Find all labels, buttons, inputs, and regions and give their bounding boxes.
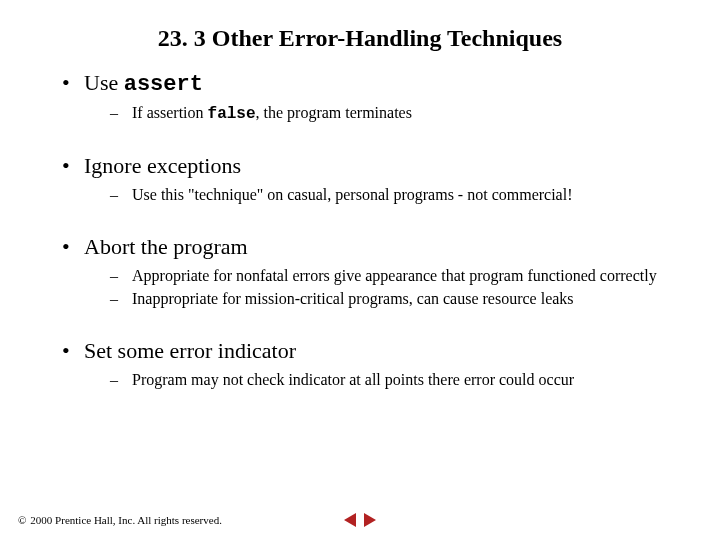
nav-controls bbox=[344, 513, 376, 527]
copyright: © 2000 Prentice Hall, Inc. All rights re… bbox=[18, 514, 222, 526]
sub-text: Program may not check indicator at all p… bbox=[132, 371, 574, 388]
sub-text-post: , the program terminates bbox=[256, 104, 412, 121]
prev-icon[interactable] bbox=[344, 513, 356, 527]
bullet-group-4: Set some error indicator Program may not… bbox=[40, 338, 680, 391]
sub-bullet: Use this "technique" on casual, personal… bbox=[110, 185, 680, 206]
bullet-text: Use bbox=[84, 70, 124, 95]
bullet-text: Ignore exceptions bbox=[84, 153, 241, 178]
sub-text: Appropriate for nonfatal errors give app… bbox=[132, 267, 657, 284]
copyright-text: 2000 Prentice Hall, Inc. All rights rese… bbox=[30, 514, 222, 526]
code-assert: assert bbox=[124, 72, 203, 97]
sub-text: Use this "technique" on casual, personal… bbox=[132, 186, 572, 203]
slide-title: 23. 3 Other Error-Handling Techniques bbox=[40, 25, 680, 52]
bullet-group-3: Abort the program Appropriate for nonfat… bbox=[40, 234, 680, 311]
bullet-abort-program: Abort the program bbox=[62, 234, 680, 260]
sub-bullet: Program may not check indicator at all p… bbox=[110, 370, 680, 391]
bullet-group-2: Ignore exceptions Use this "technique" o… bbox=[40, 153, 680, 206]
code-false: false bbox=[208, 105, 256, 123]
bullet-text: Set some error indicator bbox=[84, 338, 296, 363]
next-icon[interactable] bbox=[364, 513, 376, 527]
slide-content: 23. 3 Other Error-Handling Techniques Us… bbox=[0, 0, 720, 429]
sub-bullet: If assertion false, the program terminat… bbox=[110, 103, 680, 125]
sub-bullet: Inappropriate for mission-critical progr… bbox=[110, 289, 680, 310]
bullet-use-assert: Use assert bbox=[62, 70, 680, 97]
footer: © 2000 Prentice Hall, Inc. All rights re… bbox=[18, 514, 702, 526]
sub-bullet: Appropriate for nonfatal errors give app… bbox=[110, 266, 680, 287]
bullet-text: Abort the program bbox=[84, 234, 248, 259]
bullet-group-1: Use assert If assertion false, the progr… bbox=[40, 70, 680, 125]
sub-text-pre: If assertion bbox=[132, 104, 208, 121]
copyright-icon: © bbox=[18, 514, 26, 526]
sub-text: Inappropriate for mission-critical progr… bbox=[132, 290, 574, 307]
bullet-ignore-exceptions: Ignore exceptions bbox=[62, 153, 680, 179]
bullet-set-error-indicator: Set some error indicator bbox=[62, 338, 680, 364]
